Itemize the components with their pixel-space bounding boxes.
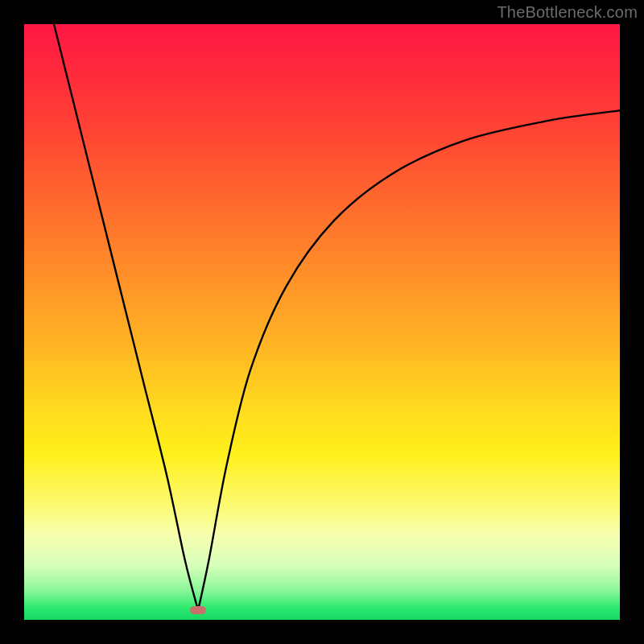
watermark-text: TheBottleneck.com xyxy=(497,3,638,22)
plot-area xyxy=(24,24,620,620)
right-branch-path xyxy=(198,110,620,610)
optimum-marker xyxy=(190,606,206,614)
left-branch-path xyxy=(54,24,198,610)
curve-svg xyxy=(24,24,620,620)
chart-frame: TheBottleneck.com xyxy=(0,0,644,644)
